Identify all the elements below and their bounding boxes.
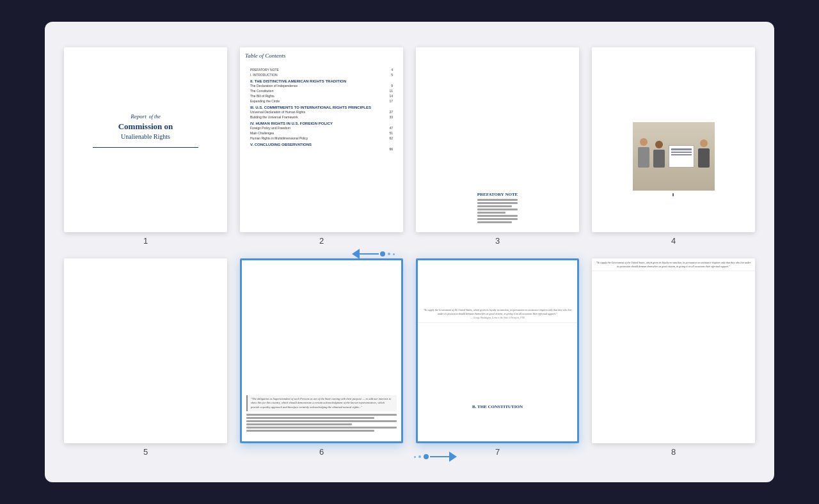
page-2[interactable]: Table of Contents PREFATORY NOTE4 I. INT… xyxy=(240,47,403,232)
page-5-wrapper: 5 xyxy=(64,258,227,457)
page-8[interactable]: "To supply the Government of the United … xyxy=(592,258,755,443)
page-4[interactable] xyxy=(592,47,755,232)
next-arrow[interactable] xyxy=(413,452,457,462)
page8-text-content xyxy=(669,325,679,438)
page-2-number: 2 xyxy=(319,236,324,246)
page6-text-area: "The obligation as Superintendent of suc… xyxy=(242,392,401,436)
page-6-number: 6 xyxy=(319,447,324,457)
toc-section-2: II. THE DISTINCTIVE AMERICAN RIGHTS TRAD… xyxy=(250,79,393,83)
cover-main-title: Commission on xyxy=(118,122,173,132)
page7-text-content xyxy=(494,411,502,436)
page-1[interactable]: Report of the Commission on Unalienable … xyxy=(64,47,227,232)
page-5[interactable] xyxy=(64,258,227,443)
page-7[interactable]: "To supply the Government of the United … xyxy=(416,258,579,443)
toc-content: PREFATORY NOTE4 I. INTRODUCTION5 II. THE… xyxy=(245,63,398,157)
cover-of-the: of the xyxy=(149,114,161,120)
toc-section-4: IV. HUMAN RIGHTS IN U.S. FOREIGN POLICY xyxy=(250,122,393,125)
page6-quote: "The obligation as Superintendent of suc… xyxy=(246,395,397,411)
page7-section-title: B. THE CONSTITUTION xyxy=(468,402,527,411)
page7-quote-header: "To supply the Government of the United … xyxy=(418,306,577,323)
page5-content xyxy=(141,258,151,438)
page-5-number: 5 xyxy=(143,447,148,457)
toc-section-3: III. U.S. COMMITMENTS TO INTERNATIONAL R… xyxy=(250,106,393,109)
meeting-image xyxy=(633,122,715,191)
prefatory-note-label: PREFATORY NOTE xyxy=(473,189,521,227)
page-4-wrapper: 4 xyxy=(592,47,755,246)
page-8-number: 8 xyxy=(671,447,676,457)
page-1-number: 1 xyxy=(143,236,148,246)
page-6-wrapper: "The obligation as Superintendent of suc… xyxy=(240,258,403,457)
main-window: Report of the Commission on Unalienable … xyxy=(45,22,774,482)
toc-item-intro: I. INTRODUCTION5 xyxy=(250,73,393,77)
pages-grid: Report of the Commission on Unalienable … xyxy=(64,47,755,457)
toc-title: Table of Contents xyxy=(245,52,285,59)
cover-report-of: Report xyxy=(131,113,147,120)
prev-arrow[interactable] xyxy=(352,249,396,259)
toc-item-prefatory: PREFATORY NOTE4 xyxy=(250,68,393,72)
cover-subtitle: Unalienable Rights xyxy=(118,132,173,141)
page-3-wrapper: PREFATORY NOTE 3 xyxy=(416,47,579,246)
page-7-number: 7 xyxy=(495,447,500,457)
toc-section-5: V. CONCLUDING OBSERVATIONS xyxy=(250,143,393,146)
page-6[interactable]: "The obligation as Superintendent of suc… xyxy=(240,258,403,443)
page-1-wrapper: Report of the Commission on Unalienable … xyxy=(64,47,227,246)
page-7-wrapper: "To supply the Government of the United … xyxy=(416,258,579,457)
page-3[interactable]: PREFATORY NOTE xyxy=(416,47,579,232)
cover-title: Report of the Commission on Unalienable … xyxy=(118,109,173,141)
page4-text-content xyxy=(669,191,679,227)
page-3-number: 3 xyxy=(495,236,500,246)
page-8-wrapper: "To supply the Government of the United … xyxy=(592,258,755,457)
page-2-wrapper: Table of Contents PREFATORY NOTE4 I. INT… xyxy=(240,47,403,246)
page-4-number: 4 xyxy=(671,236,676,246)
page8-top-quote: "To supply the Government of the United … xyxy=(592,258,755,271)
